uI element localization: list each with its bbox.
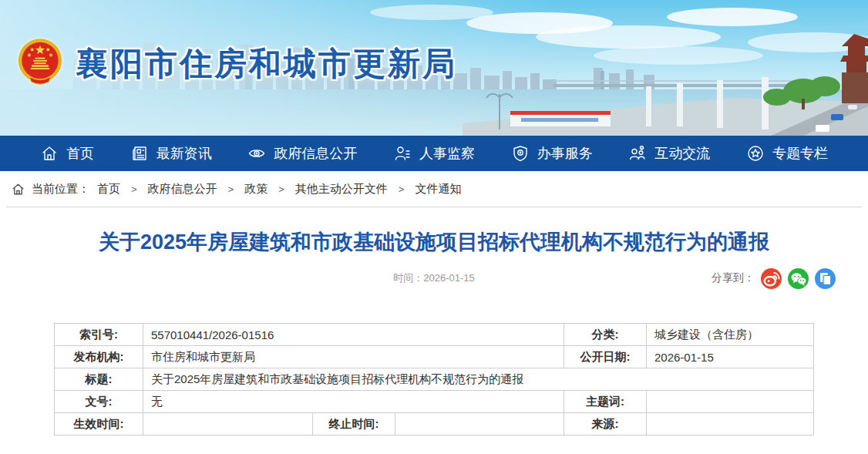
nav-item-home[interactable]: 首页 — [40, 144, 94, 163]
publish-time-value: 2026-01-15 — [423, 272, 475, 284]
copy-link-share-icon[interactable] — [815, 268, 836, 289]
breadcrumb-separator: > — [399, 183, 405, 195]
breadcrumb-item-file-notice[interactable]: 文件通知 — [415, 182, 461, 197]
nav-item-news[interactable]: 最新资讯 — [130, 144, 212, 163]
meta-label-issuing-agency: 发布机构: — [55, 346, 143, 368]
meta-value-end-date — [395, 413, 564, 436]
breadcrumb-item-info-disclosure[interactable]: 政府信息公开 — [148, 182, 217, 197]
article: 关于2025年房屋建筑和市政基础设施项目招标代理机构不规范行为的通报 时间：20… — [0, 229, 868, 436]
breadcrumb-item-policy[interactable]: 政策 — [244, 182, 267, 197]
meta-label-index-number: 索引号: — [55, 324, 143, 346]
meta-label-title: 标题: — [55, 368, 143, 391]
nav-item-personnel[interactable]: 人事监察 — [393, 144, 475, 163]
eye-icon — [247, 144, 266, 163]
meta-value-category: 城乡建设（含住房） — [647, 324, 814, 346]
nav-item-label: 专题专栏 — [772, 144, 828, 163]
meta-label-keywords: 主题词: — [564, 391, 647, 413]
site-banner: 襄阳市住房和城市更新局 — [0, 0, 868, 136]
meta-value-keywords — [647, 391, 814, 413]
meta-label-category: 分类: — [564, 324, 647, 346]
meta-value-doc-number: 无 — [143, 391, 564, 413]
page-title: 关于2025年房屋建筑和市政基础设施项目招标代理机构不规范行为的通报 — [54, 229, 814, 255]
meta-label-effective-date: 生效时间: — [55, 413, 143, 436]
table-row: 生效时间: 终止时间: 来源: — [55, 413, 814, 436]
breadcrumb-location-label: 当前位置： — [32, 182, 89, 197]
meta-value-effective-date — [143, 413, 313, 436]
table-row: 文号: 无 主题词: — [55, 391, 814, 413]
home-icon — [40, 144, 59, 163]
article-meta-row: 时间：2026-01-15 分享到： — [0, 266, 868, 291]
share-bar: 分享到： — [712, 266, 836, 291]
table-row: 索引号: 557010441/2026-01516 分类: 城乡建设（含住房） — [55, 324, 814, 346]
nav-item-label: 首页 — [66, 144, 94, 163]
site-title: 襄阳市住房和城市更新局 — [76, 42, 457, 86]
meta-value-index-number: 557010441/2026-01516 — [143, 324, 564, 346]
breadcrumb-item-home[interactable]: 首页 — [97, 182, 120, 197]
home-icon — [11, 182, 25, 197]
star-circle-icon — [746, 144, 765, 163]
nav-item-interaction[interactable]: 互动交流 — [628, 144, 710, 163]
weibo-share-icon[interactable] — [761, 268, 782, 289]
breadcrumb-separator: > — [228, 183, 234, 195]
meta-value-source — [647, 413, 814, 436]
meta-value-issuing-agency: 市住房和城市更新局 — [143, 346, 564, 368]
nav-item-label: 人事监察 — [419, 144, 475, 163]
share-label: 分享到： — [712, 271, 755, 285]
breadcrumb-separator: > — [278, 183, 284, 195]
nav-item-label: 互动交流 — [654, 144, 710, 163]
meta-value-title: 关于2025年房屋建筑和市政基础设施项目招标代理机构不规范行为的通报 — [143, 368, 814, 391]
meta-label-publish-date: 公开日期: — [564, 346, 647, 368]
meta-label-doc-number: 文号: — [55, 391, 143, 413]
table-row: 标题: 关于2025年房屋建筑和市政基础设施项目招标代理机构不规范行为的通报 — [55, 368, 814, 391]
document-meta-table: 索引号: 557010441/2026-01516 分类: 城乡建设（含住房） … — [54, 323, 814, 436]
meta-label-end-date: 终止时间: — [313, 413, 395, 436]
breadcrumb-item-other-public-docs[interactable]: 其他主动公开文件 — [295, 182, 388, 197]
nav-item-label: 政府信息公开 — [274, 144, 357, 163]
main-nav: 首页 最新资讯 政府信息公开 人事监察 — [0, 136, 868, 171]
breadcrumb: 当前位置： 首页 > 政府信息公开 > 政策 > 其他主动公开文件 > 文件通知 — [0, 171, 868, 207]
news-icon — [130, 144, 149, 163]
nav-item-info-disclosure[interactable]: 政府信息公开 — [247, 144, 357, 163]
site-logo[interactable]: 襄阳市住房和城市更新局 — [15, 32, 457, 96]
publish-time-label: 时间： — [393, 272, 423, 284]
person-list-icon — [393, 144, 412, 163]
nav-item-label: 办事服务 — [537, 144, 593, 163]
nav-item-services[interactable]: 办事服务 — [511, 144, 593, 163]
table-row: 发布机构: 市住房和城市更新局 公开日期: 2026-01-15 — [55, 346, 814, 368]
meta-label-source: 来源: — [564, 413, 647, 436]
wechat-share-icon[interactable] — [788, 268, 809, 289]
breadcrumb-separator: > — [131, 183, 137, 195]
meta-value-publish-date: 2026-01-15 — [647, 346, 814, 368]
national-emblem-icon — [15, 32, 65, 96]
people-chat-icon — [628, 144, 647, 163]
divider — [6, 207, 862, 207]
nav-item-label: 最新资讯 — [156, 144, 212, 163]
shield-icon — [511, 144, 530, 163]
nav-item-special-columns[interactable]: 专题专栏 — [746, 144, 828, 163]
